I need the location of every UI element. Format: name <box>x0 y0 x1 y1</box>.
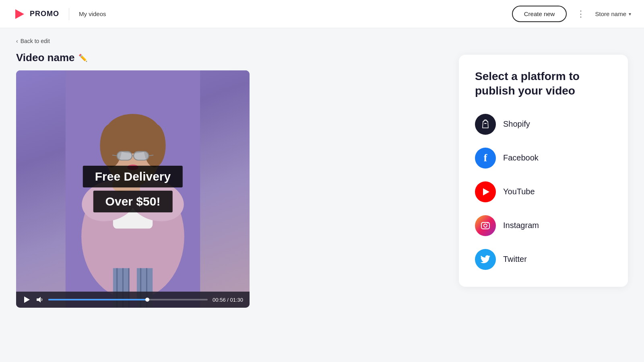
svg-rect-18 <box>117 152 132 160</box>
platform-item-shopify[interactable]: Shopify <box>475 111 612 137</box>
play-button[interactable] <box>23 296 31 304</box>
facebook-f-icon: f <box>484 152 487 164</box>
platform-item-facebook[interactable]: f Facebook <box>475 145 612 171</box>
chevron-down-icon: ▾ <box>629 11 631 17</box>
publish-panel: Select a platform to publish your video … <box>459 55 628 287</box>
promo-logo-icon <box>13 8 26 21</box>
video-name-title: Video name <box>16 51 74 64</box>
app-header: PROMO My videos Create new ⋮ Store name … <box>0 0 644 28</box>
my-videos-link[interactable]: My videos <box>79 10 106 17</box>
logo-text: PROMO <box>30 10 59 18</box>
progress-handle <box>145 298 149 302</box>
instagram-label: Instagram <box>503 221 539 230</box>
time-display: 00:56 / 01:30 <box>213 297 243 303</box>
svg-rect-27 <box>484 123 487 124</box>
platform-item-youtube[interactable]: YouTube <box>475 179 612 205</box>
store-name-label: Store name <box>595 10 626 17</box>
youtube-label: YouTube <box>503 187 535 196</box>
header-divider <box>69 8 69 20</box>
shopify-label: Shopify <box>503 119 530 129</box>
play-icon <box>23 296 31 304</box>
volume-icon <box>35 296 43 304</box>
create-new-button[interactable]: Create new <box>512 6 567 22</box>
svg-point-16 <box>100 124 122 167</box>
instagram-icon <box>475 215 496 236</box>
back-arrow-icon: ‹ <box>16 38 18 44</box>
volume-button[interactable] <box>35 296 43 304</box>
back-to-edit-button[interactable]: ‹ Back to edit <box>16 38 50 44</box>
video-name-row: Video name ✏️ <box>16 51 446 64</box>
overlay-text-line1: Free Delivery <box>83 166 183 187</box>
progress-bar[interactable] <box>48 299 208 300</box>
svg-point-30 <box>487 223 488 224</box>
youtube-icon <box>475 181 496 202</box>
facebook-label: Facebook <box>503 153 539 162</box>
progress-fill <box>48 299 147 300</box>
shopify-icon <box>475 114 496 135</box>
svg-rect-19 <box>134 152 149 160</box>
svg-point-29 <box>484 224 487 227</box>
video-overlay-texts: Free Delivery Over $50! <box>83 166 183 212</box>
shopify-bag-icon <box>480 119 491 130</box>
platform-item-instagram[interactable]: Instagram <box>475 213 612 239</box>
video-controls: 00:56 / 01:30 <box>16 292 250 308</box>
svg-point-17 <box>144 124 166 167</box>
store-name-button[interactable]: Store name ▾ <box>595 10 631 17</box>
twitter-label: Twitter <box>503 255 527 264</box>
vertical-dots-icon[interactable]: ⋮ <box>575 9 587 19</box>
facebook-icon: f <box>475 148 496 169</box>
svg-rect-28 <box>481 222 489 229</box>
svg-marker-25 <box>24 296 30 303</box>
edit-pencil-icon[interactable]: ✏️ <box>78 53 87 62</box>
header-right: Create new ⋮ Store name ▾ <box>512 6 631 22</box>
publish-panel-title: Select a platform to publish your video <box>475 69 612 99</box>
video-background: Free Delivery Over $50! <box>16 70 250 308</box>
left-panel: ‹ Back to edit Video name ✏️ <box>16 38 446 352</box>
overlay-text-line2: Over $50! <box>93 191 173 212</box>
platform-item-twitter[interactable]: Twitter <box>475 247 612 272</box>
video-player: Free Delivery Over $50! <box>16 70 250 308</box>
twitter-bird-icon <box>480 255 491 264</box>
logo-area: PROMO <box>13 8 59 21</box>
twitter-icon <box>475 249 496 270</box>
back-to-edit-label: Back to edit <box>21 38 50 44</box>
main-content: ‹ Back to edit Video name ✏️ <box>0 28 644 362</box>
platform-list: Shopify f Facebook YouTube <box>475 111 612 272</box>
instagram-camera-icon <box>481 221 490 230</box>
svg-marker-0 <box>15 9 24 19</box>
svg-marker-26 <box>37 297 41 302</box>
youtube-play-icon <box>483 188 489 195</box>
